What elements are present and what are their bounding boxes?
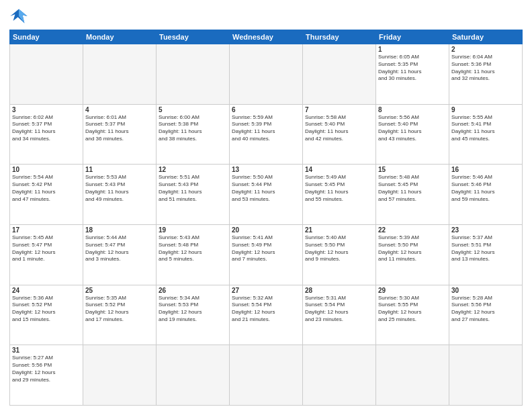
day-cell: 12Sunrise: 5:51 AM Sunset: 5:43 PM Dayli… (157, 165, 230, 225)
day-cell: 31Sunrise: 5:27 AM Sunset: 5:56 PM Dayli… (10, 345, 83, 406)
day-info: Sunrise: 6:00 AM Sunset: 5:38 PM Dayligh… (159, 114, 227, 143)
day-number: 22 (378, 226, 447, 234)
day-cell: 19Sunrise: 5:43 AM Sunset: 5:48 PM Dayli… (157, 224, 230, 285)
day-cell (157, 44, 230, 105)
day-cell: 6Sunrise: 5:59 AM Sunset: 5:39 PM Daylig… (230, 104, 303, 165)
day-cell (449, 345, 523, 406)
day-number: 25 (85, 287, 154, 294)
day-info: Sunrise: 6:02 AM Sunset: 5:37 PM Dayligh… (12, 114, 81, 143)
day-info: Sunrise: 5:59 AM Sunset: 5:39 PM Dayligh… (232, 114, 300, 143)
day-cell: 11Sunrise: 5:53 AM Sunset: 5:43 PM Dayli… (83, 165, 157, 225)
header (9, 7, 523, 26)
day-cell (83, 44, 157, 105)
day-info: Sunrise: 5:51 AM Sunset: 5:43 PM Dayligh… (159, 174, 227, 203)
day-cell: 28Sunrise: 5:31 AM Sunset: 5:54 PM Dayli… (303, 285, 376, 345)
day-number: 13 (232, 166, 300, 173)
day-info: Sunrise: 5:39 AM Sunset: 5:50 PM Dayligh… (378, 234, 447, 263)
day-info: Sunrise: 5:31 AM Sunset: 5:54 PM Dayligh… (305, 295, 373, 324)
day-cell: 15Sunrise: 5:48 AM Sunset: 5:45 PM Dayli… (376, 165, 449, 225)
day-number: 15 (378, 166, 447, 173)
day-cell: 29Sunrise: 5:30 AM Sunset: 5:55 PM Dayli… (376, 285, 449, 345)
day-number: 28 (305, 287, 373, 294)
day-cell (157, 345, 230, 406)
day-info: Sunrise: 5:41 AM Sunset: 5:49 PM Dayligh… (232, 234, 300, 263)
day-cell: 14Sunrise: 5:49 AM Sunset: 5:45 PM Dayli… (303, 165, 376, 225)
svg-marker-1 (19, 9, 28, 24)
day-number: 11 (85, 166, 154, 173)
day-info: Sunrise: 5:48 AM Sunset: 5:45 PM Dayligh… (378, 174, 447, 203)
page: SundayMondayTuesdayWednesdayThursdayFrid… (0, 0, 532, 411)
day-info: Sunrise: 5:45 AM Sunset: 5:47 PM Dayligh… (12, 234, 81, 263)
day-number: 6 (232, 106, 300, 113)
day-info: Sunrise: 6:05 AM Sunset: 5:35 PM Dayligh… (378, 54, 447, 83)
day-cell: 8Sunrise: 5:56 AM Sunset: 5:40 PM Daylig… (376, 104, 449, 165)
day-number: 29 (378, 287, 447, 294)
day-cell (230, 44, 303, 105)
day-cell: 2Sunrise: 6:04 AM Sunset: 5:36 PM Daylig… (449, 44, 523, 105)
day-number: 2 (451, 46, 520, 53)
day-cell: 21Sunrise: 5:40 AM Sunset: 5:50 PM Dayli… (303, 224, 376, 285)
day-number: 30 (451, 287, 520, 294)
weekday-header-monday: Monday (83, 30, 157, 44)
day-number: 18 (85, 226, 154, 234)
weekday-header-tuesday: Tuesday (157, 30, 230, 44)
day-cell: 13Sunrise: 5:50 AM Sunset: 5:44 PM Dayli… (230, 165, 303, 225)
day-info: Sunrise: 6:01 AM Sunset: 5:37 PM Dayligh… (85, 114, 154, 143)
day-number: 5 (159, 106, 227, 113)
week-row-4: 17Sunrise: 5:45 AM Sunset: 5:47 PM Dayli… (10, 224, 523, 285)
day-number: 27 (232, 287, 300, 294)
day-cell: 9Sunrise: 5:55 AM Sunset: 5:41 PM Daylig… (449, 104, 523, 165)
day-number: 14 (305, 166, 373, 173)
day-number: 8 (378, 106, 447, 113)
day-cell: 3Sunrise: 6:02 AM Sunset: 5:37 PM Daylig… (10, 104, 83, 165)
day-cell: 7Sunrise: 5:58 AM Sunset: 5:40 PM Daylig… (303, 104, 376, 165)
weekday-header-sunday: Sunday (10, 30, 83, 44)
day-info: Sunrise: 5:35 AM Sunset: 5:52 PM Dayligh… (85, 295, 154, 324)
day-cell: 27Sunrise: 5:32 AM Sunset: 5:54 PM Dayli… (230, 285, 303, 345)
day-info: Sunrise: 5:30 AM Sunset: 5:55 PM Dayligh… (378, 295, 447, 324)
day-cell: 4Sunrise: 6:01 AM Sunset: 5:37 PM Daylig… (83, 104, 157, 165)
day-info: Sunrise: 5:36 AM Sunset: 5:52 PM Dayligh… (12, 295, 81, 324)
day-number: 4 (85, 106, 154, 113)
day-number: 7 (305, 106, 373, 113)
day-number: 24 (12, 287, 81, 294)
week-row-1: 1Sunrise: 6:05 AM Sunset: 5:35 PM Daylig… (10, 44, 523, 105)
day-cell: 23Sunrise: 5:37 AM Sunset: 5:51 PM Dayli… (449, 224, 523, 285)
day-cell: 20Sunrise: 5:41 AM Sunset: 5:49 PM Dayli… (230, 224, 303, 285)
logo (9, 7, 30, 26)
day-info: Sunrise: 5:46 AM Sunset: 5:46 PM Dayligh… (451, 174, 520, 203)
day-number: 26 (159, 287, 227, 294)
day-cell: 30Sunrise: 5:28 AM Sunset: 5:56 PM Dayli… (449, 285, 523, 345)
day-cell: 10Sunrise: 5:54 AM Sunset: 5:42 PM Dayli… (10, 165, 83, 225)
day-cell: 24Sunrise: 5:36 AM Sunset: 5:52 PM Dayli… (10, 285, 83, 345)
day-cell (10, 44, 83, 105)
day-number: 12 (159, 166, 227, 173)
day-info: Sunrise: 5:44 AM Sunset: 5:47 PM Dayligh… (85, 234, 154, 263)
day-cell: 16Sunrise: 5:46 AM Sunset: 5:46 PM Dayli… (449, 165, 523, 225)
weekday-header-wednesday: Wednesday (230, 30, 303, 44)
logo-icon (9, 7, 28, 26)
day-cell (83, 345, 157, 406)
day-number: 9 (451, 106, 520, 113)
day-cell (376, 345, 449, 406)
day-info: Sunrise: 5:34 AM Sunset: 5:53 PM Dayligh… (159, 295, 227, 324)
calendar: SundayMondayTuesdayWednesdayThursdayFrid… (9, 30, 523, 406)
day-number: 1 (378, 46, 447, 53)
day-cell: 25Sunrise: 5:35 AM Sunset: 5:52 PM Dayli… (83, 285, 157, 345)
day-number: 31 (12, 347, 81, 354)
day-cell: 5Sunrise: 6:00 AM Sunset: 5:38 PM Daylig… (157, 104, 230, 165)
day-info: Sunrise: 5:53 AM Sunset: 5:43 PM Dayligh… (85, 174, 154, 203)
week-row-5: 24Sunrise: 5:36 AM Sunset: 5:52 PM Dayli… (10, 285, 523, 345)
weekday-header-thursday: Thursday (303, 30, 376, 44)
week-row-2: 3Sunrise: 6:02 AM Sunset: 5:37 PM Daylig… (10, 104, 523, 165)
day-number: 3 (12, 106, 81, 113)
day-cell: 22Sunrise: 5:39 AM Sunset: 5:50 PM Dayli… (376, 224, 449, 285)
day-info: Sunrise: 5:27 AM Sunset: 5:56 PM Dayligh… (12, 355, 81, 383)
day-number: 23 (451, 226, 520, 234)
day-info: Sunrise: 5:43 AM Sunset: 5:48 PM Dayligh… (159, 234, 227, 263)
day-cell: 1Sunrise: 6:05 AM Sunset: 5:35 PM Daylig… (376, 44, 449, 105)
weekday-header-row: SundayMondayTuesdayWednesdayThursdayFrid… (10, 30, 523, 44)
day-cell: 18Sunrise: 5:44 AM Sunset: 5:47 PM Dayli… (83, 224, 157, 285)
day-info: Sunrise: 5:55 AM Sunset: 5:41 PM Dayligh… (451, 114, 520, 143)
day-number: 21 (305, 226, 373, 234)
